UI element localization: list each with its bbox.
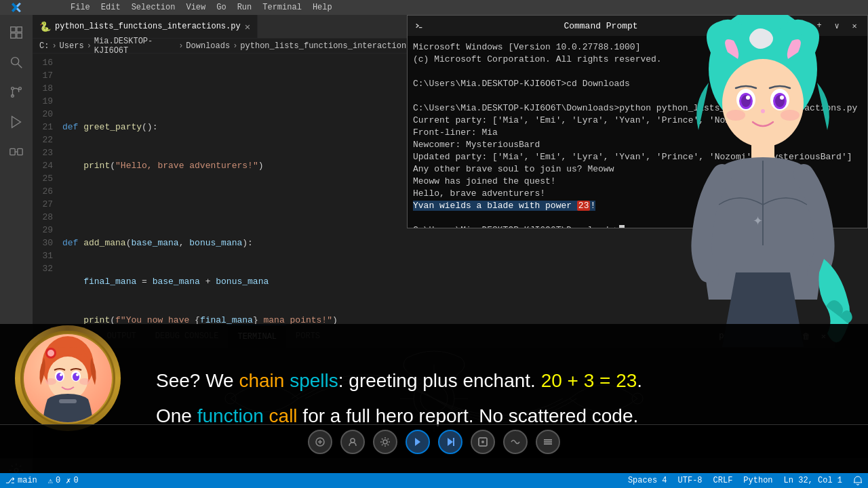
menu-file[interactable]: File xyxy=(65,0,96,15)
status-errors[interactable]: ⚠ 0 ✗ 0 xyxy=(43,473,84,488)
code-line-18: print("Hello, brave adventurers!") xyxy=(60,159,433,172)
status-language[interactable]: Python xyxy=(738,473,778,488)
status-branch[interactable]: ⎇ main xyxy=(0,473,43,488)
status-position[interactable]: Ln 32, Col 1 xyxy=(778,473,848,488)
cmd-line-6: C:\Users\Mia.DESKTOP-KJI6O6T\Downloads>p… xyxy=(413,102,862,115)
svg-rect-54 xyxy=(453,438,454,446)
activity-run[interactable] xyxy=(4,110,28,134)
cmd-prompt-line: C:\Users\Mia.DESKTOP-KJI6O6T\Downloads> xyxy=(413,224,862,228)
tutorial-text-chain: chain xyxy=(239,370,290,391)
title-bar-menus: File Edit Selection View Go Run Terminal… xyxy=(65,0,338,15)
warning-icon: ✗ xyxy=(66,476,71,486)
code-line-16 xyxy=(60,82,433,95)
svg-point-51 xyxy=(383,440,387,444)
svg-rect-11 xyxy=(18,148,22,155)
toolbar-btn-3[interactable] xyxy=(373,430,397,454)
cmd-line-10: Updated party: ['Mia', 'Emi', 'Lyra', 'Y… xyxy=(413,151,862,163)
activity-extensions[interactable] xyxy=(4,140,28,164)
toolbar-btn-6[interactable] xyxy=(471,430,495,454)
cmd-window: Command Prompt ─ □ + ∨ ✕ Microsoft Windo… xyxy=(407,15,868,228)
status-spaces[interactable]: Spaces 4 xyxy=(623,473,673,488)
tutorial-text-function: function xyxy=(197,405,269,426)
error-icon: ⚠ xyxy=(48,476,53,486)
breadcrumb: C: › Users › Mia.DESKTOP-KJI6O6T › Downl… xyxy=(33,39,433,54)
svg-point-50 xyxy=(351,439,355,443)
cmd-line-13: Hello, brave adventurers! xyxy=(413,188,862,200)
svg-rect-58 xyxy=(544,441,552,443)
activity-search[interactable] xyxy=(4,50,28,75)
cmd-close-button[interactable]: ✕ xyxy=(848,20,861,32)
breadcrumb-users: Users xyxy=(60,41,84,51)
cmd-add-tab-button[interactable]: + xyxy=(813,20,825,32)
menu-terminal[interactable]: Terminal xyxy=(257,0,307,15)
cmd-line-11: Any other brave soul to join us? Meoww xyxy=(413,163,862,176)
tutorial-overlay: See? We chain spells: greeting plus ench… xyxy=(0,324,868,473)
toolbar-btn-5[interactable] xyxy=(438,430,462,454)
tab-close-button[interactable]: ✕ xyxy=(245,21,250,33)
svg-rect-59 xyxy=(544,439,552,441)
cmd-line-9: Newcomer: MysteriousBard xyxy=(413,139,862,151)
svg-rect-2 xyxy=(11,33,16,38)
eol-label: CRLF xyxy=(713,476,733,485)
svg-marker-9 xyxy=(12,117,21,128)
editor-tab-active[interactable]: 🐍 python_lists_functions_interactions.py… xyxy=(33,14,258,38)
tutorial-text-call: call xyxy=(269,405,298,426)
language-label: Python xyxy=(743,476,772,485)
status-bar: ⎇ main ⚠ 0 ✗ 0 Spaces 4 UTF-8 CRLF Pytho… xyxy=(0,473,868,488)
toolbar-btn-2[interactable] xyxy=(340,430,365,454)
toolbar-btn-4[interactable] xyxy=(406,430,430,454)
encoding-label: UTF-8 xyxy=(678,476,703,485)
svg-rect-60 xyxy=(544,443,552,445)
status-notifications[interactable] xyxy=(848,473,868,488)
vscode-icon xyxy=(0,2,33,13)
status-encoding[interactable]: UTF-8 xyxy=(673,473,708,488)
menu-selection[interactable]: Selection xyxy=(126,0,181,15)
status-left: ⎇ main ⚠ 0 ✗ 0 xyxy=(0,473,84,488)
activity-explorer[interactable] xyxy=(4,20,28,45)
cmd-dropdown-button[interactable]: ∨ xyxy=(831,20,843,32)
menu-view[interactable]: View xyxy=(180,0,211,15)
svg-rect-48 xyxy=(59,399,77,403)
menu-run[interactable]: Run xyxy=(232,0,258,15)
svg-point-44 xyxy=(60,373,62,376)
cmd-maximize-button[interactable]: □ xyxy=(795,20,808,32)
code-line-17: def greet_party(): xyxy=(60,121,433,134)
svg-point-47 xyxy=(79,378,90,385)
tab-bar: 🐍 python_lists_functions_interactions.py… xyxy=(33,15,433,39)
tutorial-line-1: See? We chain spells: greeting plus ench… xyxy=(156,369,692,393)
menu-help[interactable]: Help xyxy=(307,0,338,15)
menu-edit[interactable]: Edit xyxy=(96,0,126,15)
status-right: Spaces 4 UTF-8 CRLF Python Ln 32, Col 1 xyxy=(623,473,868,488)
activity-source-control[interactable] xyxy=(4,80,28,104)
code-line-20: def add_mana(base_mana, bonus_mana): xyxy=(60,237,433,249)
cmd-line-12: Meoww has joined the quest! xyxy=(413,176,862,188)
tab-python-icon: 🐍 xyxy=(39,21,51,33)
cmd-line-1: Microsoft Windows [Version 10.0.27788.10… xyxy=(413,41,862,54)
status-eol[interactable]: CRLF xyxy=(708,473,738,488)
branch-name: main xyxy=(18,476,37,485)
cmd-line-7: Current party: ['Mia', 'Emi', 'Lyra', 'Y… xyxy=(413,115,862,127)
code-line-19 xyxy=(60,198,433,211)
cmd-minimize-button[interactable]: ─ xyxy=(778,20,790,32)
bottom-toolbar xyxy=(0,424,868,458)
toolbar-btn-8[interactable] xyxy=(536,430,560,454)
menu-go[interactable]: Go xyxy=(211,0,231,15)
svg-point-46 xyxy=(45,378,56,385)
svg-rect-3 xyxy=(17,33,22,38)
tab-filename: python_lists_functions_interactions.py xyxy=(55,22,241,31)
toolbar-btn-7[interactable] xyxy=(503,430,528,454)
svg-point-39 xyxy=(47,357,88,400)
svg-point-45 xyxy=(76,373,79,376)
toolbar-btn-1[interactable] xyxy=(308,430,332,454)
cmd-highlight-text: Yvan wields a blade with power 23! xyxy=(413,201,595,211)
cmd-title-bar: Command Prompt ─ □ + ∨ ✕ xyxy=(408,16,867,36)
tutorial-text-math: 20 + 3 = 23 xyxy=(541,370,637,391)
tutorial-text-rest: for a full hero report. No scattered cod… xyxy=(298,405,639,426)
breadcrumb-mia: Mia.DESKTOP-KJI6O6T xyxy=(94,37,176,56)
svg-rect-10 xyxy=(10,148,15,155)
cmd-line-3 xyxy=(413,66,862,78)
bell-icon xyxy=(853,476,863,485)
cmd-line-4: C:\Users\Mia.DESKTOP-KJI6O6T>cd Download… xyxy=(413,78,862,90)
svg-marker-53 xyxy=(448,438,453,446)
breadcrumb-downloads: Downloads xyxy=(186,41,230,51)
